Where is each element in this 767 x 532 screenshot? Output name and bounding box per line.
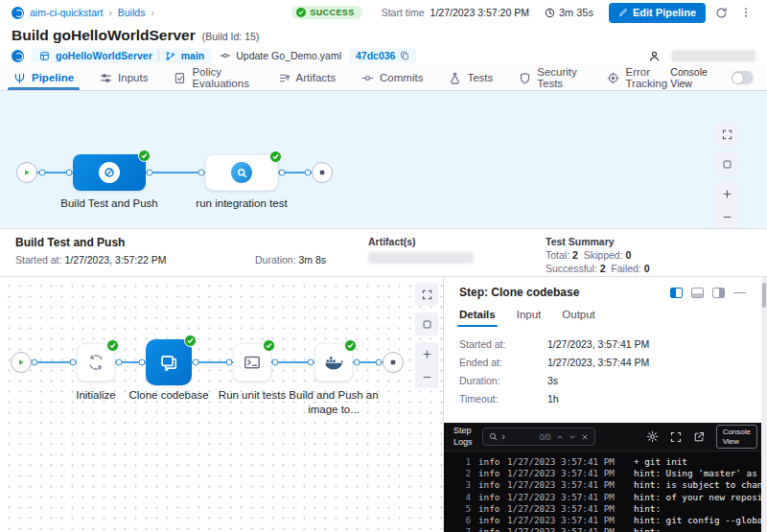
step-graph-canvas: Initialize Clone codebase Run unit tests… [0,277,443,532]
pipeline-end-node[interactable] [312,162,333,183]
success-check-icon [344,339,357,352]
log-level: info [478,456,507,468]
step-node-initialize[interactable] [77,343,115,382]
panel-tab-output[interactable]: Output [562,309,595,327]
connector-port [147,170,153,176]
zoom-in-icon[interactable] [415,342,438,365]
stage-start-node[interactable] [11,352,32,373]
chevron-down-icon[interactable] [569,433,576,441]
log-line: 5info1/27/2023 3:57:41 PMhint: [457,503,767,515]
log-line: 3info1/27/2023 3:57:41 PMhint: is subjec… [457,479,767,491]
step-details-list: Started at:1/27/2023, 3:57:41 PMEnded at… [444,327,767,423]
tab-policy-evaluations[interactable]: Policy Evaluations [174,65,251,90]
page-title: Build goHelloWorldServer [12,27,196,44]
step-node-build-and-push-image[interactable] [314,343,353,382]
log-search-input[interactable]: › 0/0 [482,428,595,446]
chevron-up-icon[interactable] [556,433,564,441]
log-line: 1info1/27/2023 3:57:41 PM+ git init [457,456,767,468]
stage-node-run-integration-test[interactable] [205,154,278,191]
breadcrumb-project[interactable]: aim-ci-quickstart [30,7,103,18]
tab-inputs[interactable]: Inputs [100,65,148,90]
integration-test-icon [231,162,252,183]
settings-gear-icon[interactable] [646,430,659,443]
log-line: 4info1/27/2023 3:57:41 PMhint: of your n… [457,492,767,503]
step-node-run-unit-tests[interactable] [233,343,271,382]
commit-icon [220,50,231,61]
console-actions: ConsoleView [646,425,757,449]
copy-icon[interactable] [400,51,409,60]
artifacts-label: Artifact(s) [368,236,546,247]
log-line: 7info1/27/2023 3:57:41 PMhint: [457,526,767,532]
execution-area: Initialize Clone codebase Run unit tests… [0,277,767,532]
zoom-out-icon[interactable] [415,365,438,388]
detail-row: Ended at:1/27/2023, 3:57:44 PM [459,357,752,368]
log-line: 6info1/27/2023 3:57:41 PMhint: git confi… [457,515,767,526]
connector-port [354,359,360,366]
log-level: info [478,503,507,515]
stage-detail-name: Build Test and Push [15,236,255,249]
expand-canvas-icon[interactable] [415,283,438,306]
log-lines[interactable]: 1info1/27/2023 3:57:41 PM+ git init2info… [444,451,767,532]
panel-tab-details[interactable]: Details [459,309,496,327]
minimize-panel-icon[interactable]: — [733,288,746,297]
tab-commits[interactable]: Commits [361,65,423,90]
stage-end-node[interactable] [383,352,404,373]
step-label[interactable]: Build and Push an image to... [286,388,382,417]
tab-error-tracking[interactable]: Error Tracking [607,65,670,90]
pipeline-icon [13,72,26,84]
console-view-label: Console View [670,66,725,89]
console-view-button[interactable]: ConsoleView [716,425,757,449]
step-node-clone-codebase[interactable] [146,339,192,385]
layout-right-icon[interactable] [712,288,725,298]
open-in-new-icon[interactable] [693,431,705,443]
step-panel-tabs: DetailsInputOutput [444,303,767,327]
edit-pipeline-button[interactable]: Edit Pipeline [609,3,706,23]
step-label[interactable]: Clone codebase [121,388,217,403]
panel-tab-input[interactable]: Input [517,309,542,327]
detail-label: Started at: [459,338,547,350]
kebab-menu-icon[interactable] [736,3,755,22]
log-timestamp: 1/27/2023 3:57:41 PM [507,456,634,468]
repo-name[interactable]: goHelloWorldServer [56,50,152,61]
fit-to-screen-icon[interactable] [715,152,738,175]
log-line-number: 2 [457,468,471,479]
layout-bottom-icon[interactable] [691,288,704,298]
repository-icon [39,51,50,61]
refresh-icon[interactable] [711,3,731,22]
terminal-icon [243,353,262,372]
zoom-in-icon[interactable] [715,182,738,205]
stage-label[interactable]: Build Test and Push [57,197,162,211]
tab-pipeline[interactable]: Pipeline [13,65,74,90]
pipeline-start-node[interactable] [16,162,37,183]
console-view-toggle[interactable] [732,71,754,84]
log-timestamp: 1/27/2023 3:57:41 PM [507,479,634,491]
layout-split-left-icon[interactable] [670,288,683,298]
status-badge: SUCCESS [291,6,361,19]
detail-value: 3s [547,375,558,386]
console-view-toggle-group: Console View [670,65,754,90]
expand-canvas-icon[interactable] [715,123,738,146]
tab-tests[interactable]: Tests [449,65,493,90]
close-icon[interactable] [581,433,589,441]
clock-icon [545,8,555,18]
security-tests-icon [519,72,531,84]
fit-to-screen-icon[interactable] [415,312,438,335]
connector-port [272,359,279,366]
search-caret: › [502,431,505,442]
panel-scrollbar[interactable] [761,277,767,532]
zoom-out-icon[interactable] [715,205,738,228]
stage-label[interactable]: run integration test [189,197,294,211]
fullscreen-icon[interactable] [670,431,682,443]
commit-sha-pill[interactable]: 47dc036 [349,48,416,63]
tab-security-tests[interactable]: Security Tests [519,65,581,90]
branch-name[interactable]: main [181,50,205,61]
stage-node-build-test-and-push[interactable] [73,154,146,191]
inputs-icon [100,72,112,84]
breadcrumb-chevron-icon: › [151,8,153,18]
success-check-icon [184,335,197,347]
commit-message[interactable]: Update Go_Demo.yaml [220,50,341,61]
breadcrumb-builds[interactable]: Builds [118,7,146,18]
tab-artifacts[interactable]: Artifacts [278,65,337,90]
tab-label: Pipeline [32,72,74,83]
repo-branch-pill[interactable]: goHelloWorldServer main [32,48,212,63]
